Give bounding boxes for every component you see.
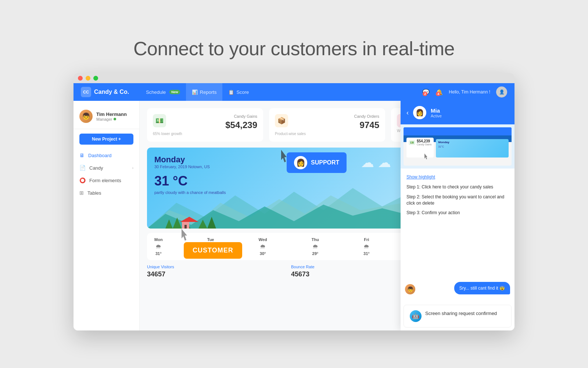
mini-stat-card: 💵 $54,239 Candy Gains — [406, 138, 434, 158]
candy-arrow-icon: › — [132, 166, 133, 170]
sidebar-user-avatar: 👦 — [79, 110, 93, 123]
sidebar-item-dashboard[interactable]: 🖥 Dashboard — [74, 149, 139, 162]
sidebar-item-candy[interactable]: 📄 Candy › — [74, 162, 139, 174]
chat-body: Show highlight Step 1: Click here to che… — [401, 169, 514, 277]
chat-step-1: Step 1: Click here to check your candy s… — [406, 184, 509, 190]
mini-stat-value: $54,239 — [417, 139, 431, 143]
mac-window: CC Candy & Co. Schedule New 📊 Reports 📋 … — [74, 73, 514, 330]
user-greeting: Hello, Tim Hermann ! — [449, 89, 490, 95]
user-message-avatar: 👦 — [405, 284, 415, 294]
forecast-thu: Thu 🌧 29° — [312, 237, 319, 256]
svg-marker-12 — [182, 229, 187, 241]
mini-content: 💵 $54,239 Candy Gains Mond — [404, 135, 512, 160]
top-nav: CC Candy & Co. Schedule New 📊 Reports 📋 … — [74, 83, 514, 101]
maximize-dot[interactable] — [93, 76, 98, 81]
orders-icon: 📦 — [275, 114, 288, 127]
title-bar — [74, 73, 514, 83]
gains-info: Candy Gains $54,239 — [169, 114, 257, 130]
chat-header: ‹ 👩 Mia Active — [401, 101, 514, 124]
nav-item-reports[interactable]: 📊 Reports — [186, 83, 223, 101]
chat-step-2: Step 2: Select the booking you want to c… — [406, 194, 509, 206]
dashboard-area: 💵 Candy Gains $54,239 65% lower growth — [140, 101, 514, 330]
tables-icon: ⊞ — [79, 190, 84, 196]
schedule-label: Schedule — [146, 89, 166, 95]
reports-label: Reports — [200, 89, 217, 95]
chat-agent-avatar: 👩 — [413, 106, 426, 119]
svg-marker-13 — [424, 153, 427, 159]
close-dot[interactable] — [78, 76, 83, 81]
support-tooltip: 👩 SUPPORT — [279, 152, 347, 173]
orders-sub: Product-wise sales — [275, 132, 379, 136]
reports-icon: 📊 — [192, 89, 198, 95]
chat-back-button[interactable]: ‹ — [406, 109, 409, 117]
cursor-arrow-customer — [180, 229, 190, 242]
sidebar-user-role: Manager — [96, 117, 127, 121]
page-wrapper: Connect to your customers in real-time C… — [0, 0, 588, 368]
page-headline: Connect to your customers in real-time — [133, 38, 455, 60]
minimize-dot[interactable] — [86, 76, 90, 81]
stat-card-gains: 💵 Candy Gains $54,239 65% lower growth — [147, 108, 263, 142]
mini-nav — [404, 127, 512, 135]
mini-weather-card: Monday 31°C — [436, 139, 509, 158]
chat-panel: ‹ 👩 Mia Active — [401, 101, 514, 330]
unique-visitors-label: Unique Visitors — [147, 265, 284, 269]
notifications-badge: 4 — [436, 92, 441, 96]
mini-nav-bar — [406, 130, 417, 133]
tables-label: Tables — [87, 190, 101, 196]
nav-item-schedule[interactable]: Schedule New — [140, 83, 186, 101]
nav-item-score[interactable]: 📋 Score — [222, 83, 255, 101]
svg-rect-10 — [184, 225, 187, 229]
show-highlight-link[interactable]: Show highlight — [406, 174, 509, 180]
user-message-bubble: Sry... still cant find it 😨 — [454, 282, 510, 294]
sidebar-user-info: Tim Hermann Manager — [96, 112, 127, 121]
nav-brand: Candy & Co. — [94, 89, 129, 95]
mini-stat-label: Candy Gains — [417, 143, 431, 146]
svg-marker-11 — [281, 150, 287, 162]
orders-info: Candy Orders 9745 — [291, 114, 379, 130]
unique-visitors-card: Unique Visitors 34657 — [147, 265, 284, 278]
gains-sub: 65% lower growth — [153, 132, 257, 136]
logo-icon: CC — [81, 87, 91, 97]
nav-logo: CC Candy & Co. — [81, 87, 129, 97]
screen-share-text: Screen sharing request confirmed — [425, 310, 497, 317]
visitors-row: Unique Visitors 34657 Bounce Rate 45673 — [147, 265, 428, 278]
new-project-button[interactable]: New Project + — [79, 134, 133, 145]
messages-icon-btn[interactable]: 💬 2 — [422, 89, 430, 96]
support-agent-avatar: 👩 — [294, 156, 307, 169]
support-button[interactable]: 👩 SUPPORT — [287, 152, 347, 173]
user-message-row: 👦 Sry... still cant find it 😨 — [405, 282, 510, 294]
form-elements-label: Form elements — [89, 178, 121, 183]
unique-visitors-value: 34657 — [147, 270, 284, 278]
forecast-fri: Fri 🌧 31° — [363, 237, 370, 256]
chat-agent-name: Mia — [431, 107, 442, 114]
customer-button[interactable]: CUSTOMER — [184, 242, 242, 259]
nav-right: 💬 2 🔔 4 Hello, Tim Hermann ! 👤 — [422, 86, 507, 98]
main-content: 👦 Tim Hermann Manager New Project + 🖥 D — [74, 101, 514, 330]
forecast-mon: Mon 🌧 31° — [154, 237, 163, 256]
notifications-icon-btn[interactable]: 🔔 4 — [435, 89, 443, 96]
score-label: Score — [236, 89, 249, 95]
online-status-dot — [114, 118, 116, 120]
orders-value: 9745 — [291, 120, 379, 130]
stat-card-orders: 📦 Candy Orders 9745 Product-wise sales — [269, 108, 385, 142]
forecast-wed: Wed 🌧 30° — [259, 237, 267, 256]
notif-avatar: 🤖 — [410, 310, 422, 322]
sidebar-user: 👦 Tim Hermann Manager — [74, 107, 139, 129]
score-icon: 📋 — [228, 89, 234, 95]
chat-agent-info: Mia Active — [431, 107, 442, 118]
dashboard-icon: 🖥 — [79, 152, 85, 158]
chat-agent-status: Active — [431, 114, 442, 118]
new-badge: New — [169, 90, 180, 94]
gains-label: Candy Gains — [169, 114, 257, 118]
chat-screenshot-preview: 💵 $54,239 Candy Gains Mond — [401, 124, 514, 169]
dashboard-label: Dashboard — [88, 153, 112, 158]
sidebar-item-form-elements[interactable]: ⭕ Form elements — [74, 174, 139, 187]
user-message-area: 👦 Sry... still cant find it 😨 — [401, 277, 514, 302]
candy-icon: 📄 — [79, 165, 86, 171]
sidebar-item-tables[interactable]: ⊞ Tables — [74, 187, 139, 199]
candy-label: Candy — [89, 165, 103, 171]
chat-step-3: Step 3: Confirm your action — [406, 210, 509, 216]
user-avatar-nav[interactable]: 👤 — [496, 86, 507, 98]
screen-share-notification: 🤖 Screen sharing request confirmed — [404, 305, 512, 328]
mini-cursor-icon — [424, 153, 429, 160]
